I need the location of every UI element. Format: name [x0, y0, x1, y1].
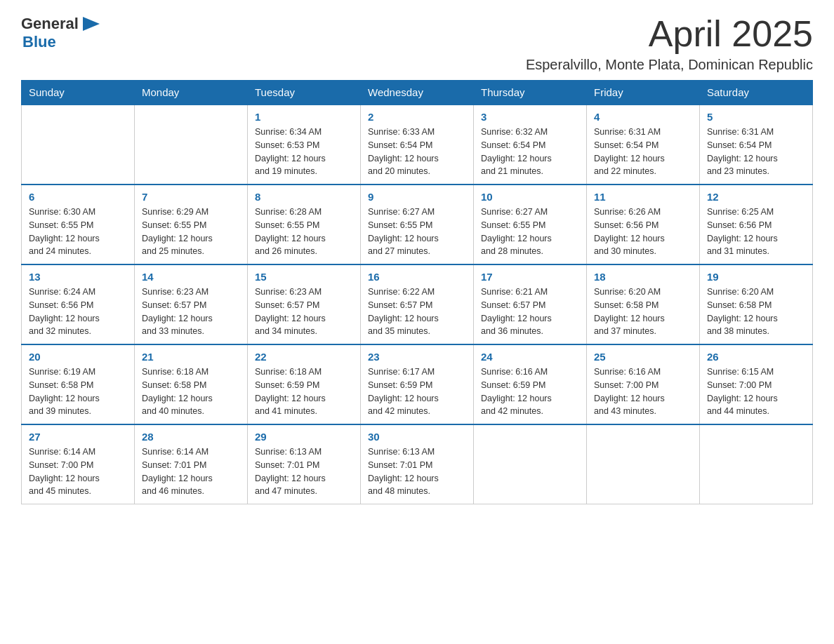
day-number: 26 [707, 351, 805, 363]
day-info: Sunrise: 6:27 AM Sunset: 6:55 PM Dayligh… [368, 206, 466, 258]
day-info: Sunrise: 6:17 AM Sunset: 6:59 PM Dayligh… [368, 365, 466, 418]
day-number: 23 [368, 351, 466, 363]
calendar-cell: 29Sunrise: 6:13 AM Sunset: 7:01 PM Dayli… [248, 424, 361, 504]
day-number: 30 [368, 431, 466, 443]
calendar-cell: 6Sunrise: 6:30 AM Sunset: 6:55 PM Daylig… [22, 185, 135, 264]
week-row-2: 6Sunrise: 6:30 AM Sunset: 6:55 PM Daylig… [22, 185, 813, 264]
day-number: 8 [255, 191, 353, 203]
calendar-cell: 23Sunrise: 6:17 AM Sunset: 6:59 PM Dayli… [361, 344, 474, 424]
day-info: Sunrise: 6:33 AM Sunset: 6:54 PM Dayligh… [368, 126, 466, 178]
calendar-cell: 4Sunrise: 6:31 AM Sunset: 6:54 PM Daylig… [587, 105, 700, 185]
day-info: Sunrise: 6:23 AM Sunset: 6:57 PM Dayligh… [142, 286, 240, 338]
day-info: Sunrise: 6:34 AM Sunset: 6:53 PM Dayligh… [255, 126, 353, 178]
day-number: 15 [255, 271, 353, 283]
day-number: 25 [594, 351, 692, 363]
calendar-table: SundayMondayTuesdayWednesdayThursdayFrid… [21, 80, 813, 504]
day-number: 19 [707, 271, 805, 283]
calendar-cell: 14Sunrise: 6:23 AM Sunset: 6:57 PM Dayli… [135, 264, 248, 344]
day-info: Sunrise: 6:16 AM Sunset: 6:59 PM Dayligh… [481, 365, 579, 418]
day-info: Sunrise: 6:25 AM Sunset: 6:56 PM Dayligh… [707, 206, 805, 258]
day-number: 20 [29, 351, 127, 363]
day-info: Sunrise: 6:16 AM Sunset: 7:00 PM Dayligh… [594, 365, 692, 418]
calendar-cell: 16Sunrise: 6:22 AM Sunset: 6:57 PM Dayli… [361, 264, 474, 344]
weekday-header-wednesday: Wednesday [361, 81, 474, 105]
calendar-cell [700, 424, 813, 504]
day-info: Sunrise: 6:31 AM Sunset: 6:54 PM Dayligh… [707, 126, 805, 178]
calendar-cell: 10Sunrise: 6:27 AM Sunset: 6:55 PM Dayli… [474, 185, 587, 264]
calendar-cell: 21Sunrise: 6:18 AM Sunset: 6:58 PM Dayli… [135, 344, 248, 424]
day-info: Sunrise: 6:28 AM Sunset: 6:55 PM Dayligh… [255, 206, 353, 258]
calendar-cell: 27Sunrise: 6:14 AM Sunset: 7:00 PM Dayli… [22, 424, 135, 504]
day-info: Sunrise: 6:22 AM Sunset: 6:57 PM Dayligh… [368, 286, 466, 338]
day-info: Sunrise: 6:13 AM Sunset: 7:01 PM Dayligh… [368, 445, 466, 498]
day-info: Sunrise: 6:26 AM Sunset: 6:56 PM Dayligh… [594, 206, 692, 258]
day-number: 3 [481, 111, 579, 123]
calendar-cell: 7Sunrise: 6:29 AM Sunset: 6:55 PM Daylig… [135, 185, 248, 264]
calendar-cell [135, 105, 248, 185]
month-title: April 2025 [526, 14, 813, 54]
day-number: 18 [594, 271, 692, 283]
calendar-cell: 22Sunrise: 6:18 AM Sunset: 6:59 PM Dayli… [248, 344, 361, 424]
day-info: Sunrise: 6:27 AM Sunset: 6:55 PM Dayligh… [481, 206, 579, 258]
day-number: 2 [368, 111, 466, 123]
day-number: 11 [594, 191, 692, 203]
day-number: 28 [142, 431, 240, 443]
day-number: 1 [255, 111, 353, 123]
page-header: General Blue April 2025 Esperalvillo, Mo… [21, 14, 813, 73]
day-number: 17 [481, 271, 579, 283]
week-row-1: 1Sunrise: 6:34 AM Sunset: 6:53 PM Daylig… [22, 105, 813, 185]
day-number: 14 [142, 271, 240, 283]
day-number: 27 [29, 431, 127, 443]
calendar-cell: 9Sunrise: 6:27 AM Sunset: 6:55 PM Daylig… [361, 185, 474, 264]
calendar-cell: 18Sunrise: 6:20 AM Sunset: 6:58 PM Dayli… [587, 264, 700, 344]
day-number: 21 [142, 351, 240, 363]
day-number: 6 [29, 191, 127, 203]
calendar-cell: 15Sunrise: 6:23 AM Sunset: 6:57 PM Dayli… [248, 264, 361, 344]
calendar-cell: 30Sunrise: 6:13 AM Sunset: 7:01 PM Dayli… [361, 424, 474, 504]
week-row-3: 13Sunrise: 6:24 AM Sunset: 6:56 PM Dayli… [22, 264, 813, 344]
day-info: Sunrise: 6:32 AM Sunset: 6:54 PM Dayligh… [481, 126, 579, 178]
week-row-4: 20Sunrise: 6:19 AM Sunset: 6:58 PM Dayli… [22, 344, 813, 424]
day-number: 5 [707, 111, 805, 123]
day-info: Sunrise: 6:18 AM Sunset: 6:59 PM Dayligh… [255, 365, 353, 418]
day-number: 16 [368, 271, 466, 283]
day-info: Sunrise: 6:24 AM Sunset: 6:56 PM Dayligh… [29, 286, 127, 338]
weekday-header-thursday: Thursday [474, 81, 587, 105]
calendar-cell: 24Sunrise: 6:16 AM Sunset: 6:59 PM Dayli… [474, 344, 587, 424]
calendar-cell: 20Sunrise: 6:19 AM Sunset: 6:58 PM Dayli… [22, 344, 135, 424]
day-info: Sunrise: 6:14 AM Sunset: 7:00 PM Dayligh… [29, 445, 127, 498]
calendar-cell: 28Sunrise: 6:14 AM Sunset: 7:01 PM Dayli… [135, 424, 248, 504]
day-info: Sunrise: 6:18 AM Sunset: 6:58 PM Dayligh… [142, 365, 240, 418]
day-number: 24 [481, 351, 579, 363]
weekday-header-sunday: Sunday [22, 81, 135, 105]
day-number: 12 [707, 191, 805, 203]
svg-marker-0 [83, 17, 100, 31]
day-number: 7 [142, 191, 240, 203]
day-info: Sunrise: 6:29 AM Sunset: 6:55 PM Dayligh… [142, 206, 240, 258]
day-info: Sunrise: 6:15 AM Sunset: 7:00 PM Dayligh… [707, 365, 805, 418]
calendar-cell: 3Sunrise: 6:32 AM Sunset: 6:54 PM Daylig… [474, 105, 587, 185]
calendar-cell: 5Sunrise: 6:31 AM Sunset: 6:54 PM Daylig… [700, 105, 813, 185]
day-info: Sunrise: 6:14 AM Sunset: 7:01 PM Dayligh… [142, 445, 240, 498]
calendar-cell [22, 105, 135, 185]
day-number: 9 [368, 191, 466, 203]
day-number: 10 [481, 191, 579, 203]
weekday-header-monday: Monday [135, 81, 248, 105]
calendar-cell: 12Sunrise: 6:25 AM Sunset: 6:56 PM Dayli… [700, 185, 813, 264]
day-info: Sunrise: 6:21 AM Sunset: 6:57 PM Dayligh… [481, 286, 579, 338]
calendar-cell: 13Sunrise: 6:24 AM Sunset: 6:56 PM Dayli… [22, 264, 135, 344]
day-number: 29 [255, 431, 353, 443]
calendar-cell: 26Sunrise: 6:15 AM Sunset: 7:00 PM Dayli… [700, 344, 813, 424]
day-info: Sunrise: 6:23 AM Sunset: 6:57 PM Dayligh… [255, 286, 353, 338]
calendar-cell: 11Sunrise: 6:26 AM Sunset: 6:56 PM Dayli… [587, 185, 700, 264]
calendar-cell [474, 424, 587, 504]
week-row-5: 27Sunrise: 6:14 AM Sunset: 7:00 PM Dayli… [22, 424, 813, 504]
logo-general-text: General [21, 15, 79, 32]
calendar-cell: 1Sunrise: 6:34 AM Sunset: 6:53 PM Daylig… [248, 105, 361, 185]
calendar-cell: 19Sunrise: 6:20 AM Sunset: 6:58 PM Dayli… [700, 264, 813, 344]
day-info: Sunrise: 6:13 AM Sunset: 7:01 PM Dayligh… [255, 445, 353, 498]
logo-flag-icon [80, 14, 100, 34]
logo: General Blue [21, 14, 100, 51]
weekday-header-row: SundayMondayTuesdayWednesdayThursdayFrid… [22, 81, 813, 105]
calendar-cell [587, 424, 700, 504]
